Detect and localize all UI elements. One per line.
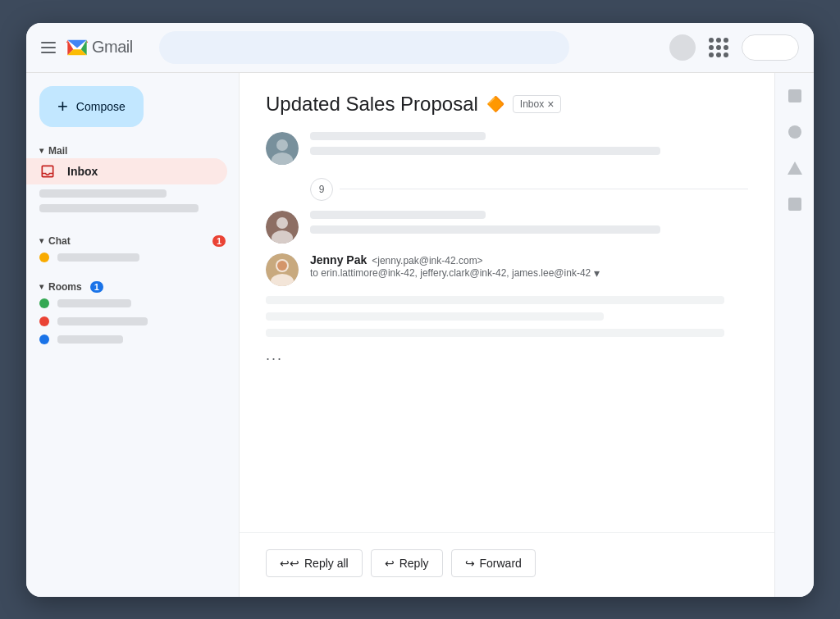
email-subject: Updated Sales Proposal bbox=[266, 93, 478, 116]
sidebar: + Compose ▾ Mail Inbox ▾ Chat bbox=[26, 73, 240, 597]
priority-icon: 🔶 bbox=[486, 95, 504, 113]
avatar-jenny bbox=[266, 253, 299, 286]
inbox-icon bbox=[39, 163, 56, 180]
thread-item-1[interactable] bbox=[266, 132, 748, 165]
inbox-tag-close[interactable]: × bbox=[547, 98, 554, 111]
topbar: Gmail bbox=[26, 23, 814, 73]
count-line bbox=[340, 189, 748, 189]
rooms-section-label: Rooms bbox=[48, 281, 82, 293]
room-name-1 bbox=[57, 299, 131, 307]
tasks-shape bbox=[788, 125, 801, 139]
thread-meta-long-2 bbox=[310, 225, 660, 234]
reply-button[interactable]: ↩ Reply bbox=[371, 549, 443, 577]
svg-point-2 bbox=[276, 139, 288, 151]
collapsed-count-circle[interactable]: 9 bbox=[310, 178, 333, 201]
thread-meta-short-1 bbox=[310, 132, 486, 140]
ellipsis-button[interactable]: ··· bbox=[266, 344, 748, 374]
room-item-3[interactable] bbox=[26, 330, 239, 348]
sidebar-placeholder-1 bbox=[39, 189, 167, 198]
avatar-1 bbox=[266, 132, 299, 165]
reply-all-button[interactable]: ↩↩ Reply all bbox=[266, 549, 363, 577]
avatar-2 bbox=[266, 211, 299, 244]
mail-arrow-icon: ▾ bbox=[39, 146, 43, 155]
room-dot-3 bbox=[39, 335, 49, 344]
room-name-3 bbox=[57, 335, 123, 344]
inbox-tag-label: Inbox bbox=[520, 98, 544, 110]
forward-button[interactable]: ↪ Forward bbox=[451, 549, 536, 577]
help-icon[interactable] bbox=[669, 34, 696, 61]
email-content: Updated Sales Proposal 🔶 Inbox × bbox=[240, 73, 774, 532]
sidebar-placeholder-2 bbox=[39, 204, 199, 212]
svg-point-10 bbox=[277, 261, 287, 271]
expand-recipients-icon[interactable]: ▾ bbox=[594, 266, 600, 280]
reply-all-label: Reply all bbox=[304, 557, 349, 570]
menu-icon[interactable] bbox=[41, 42, 56, 53]
room-name-2 bbox=[57, 317, 148, 325]
room-item-2[interactable] bbox=[26, 312, 239, 330]
account-button[interactable] bbox=[742, 34, 799, 61]
search-bar[interactable] bbox=[159, 31, 569, 64]
rooms-badge: 1 bbox=[90, 281, 103, 293]
apps-icon[interactable] bbox=[705, 34, 732, 61]
main-layout: + Compose ▾ Mail Inbox ▾ Chat bbox=[26, 73, 814, 597]
open-email: Jenny Pak <jenny.pak@ink-42.com> to erin… bbox=[266, 253, 748, 374]
app-window: Gmail + Compose ▾ Mail bbox=[26, 23, 814, 597]
chat-section-label: Chat bbox=[48, 235, 71, 247]
rooms-section[interactable]: ▾ Rooms 1 bbox=[26, 276, 239, 294]
topbar-right bbox=[669, 34, 799, 61]
reply-label: Reply bbox=[399, 557, 429, 570]
room-dot-1 bbox=[39, 298, 49, 308]
chat-item-1[interactable] bbox=[26, 248, 239, 266]
body-line-2 bbox=[266, 312, 604, 321]
compose-button[interactable]: + Compose bbox=[39, 86, 144, 127]
calendar-icon[interactable] bbox=[785, 86, 805, 106]
gmail-m-icon bbox=[66, 36, 89, 59]
inbox-label: Inbox bbox=[67, 165, 98, 178]
keep-icon[interactable] bbox=[785, 194, 805, 214]
to-addresses: to erin.lattimore@ink-42, jeffery.clark@… bbox=[310, 267, 591, 279]
chat-section[interactable]: ▾ Chat 1 bbox=[26, 230, 239, 248]
thread-body-2 bbox=[310, 211, 748, 244]
sender-info: Jenny Pak <jenny.pak@ink-42.com> to erin… bbox=[310, 253, 748, 280]
compose-plus-icon: + bbox=[57, 98, 68, 116]
action-buttons: ↩↩ Reply all ↩ Reply ↪ Forward bbox=[240, 532, 774, 597]
collapsed-count-label: 9 bbox=[319, 184, 325, 195]
contacts-icon[interactable] bbox=[785, 158, 805, 178]
email-area: Updated Sales Proposal 🔶 Inbox × bbox=[240, 73, 774, 597]
collapsed-count: 9 bbox=[266, 175, 748, 211]
forward-label: Forward bbox=[480, 557, 522, 570]
rooms-arrow-icon: ▾ bbox=[39, 282, 43, 291]
sender-name: Jenny Pak bbox=[310, 253, 367, 266]
contacts-shape bbox=[788, 162, 802, 175]
gmail-logo: Gmail bbox=[66, 36, 133, 59]
chat-badge: 1 bbox=[212, 235, 226, 247]
forward-icon: ↪ bbox=[465, 557, 475, 570]
body-line-1 bbox=[266, 296, 724, 304]
chat-arrow-icon: ▾ bbox=[39, 236, 43, 245]
room-item-1[interactable] bbox=[26, 294, 239, 312]
sidebar-item-inbox[interactable]: Inbox bbox=[26, 158, 227, 184]
svg-point-5 bbox=[276, 217, 288, 229]
reply-icon: ↩ bbox=[385, 557, 395, 570]
body-line-3 bbox=[266, 329, 724, 337]
tasks-icon[interactable] bbox=[785, 122, 805, 142]
thread-meta-long-1 bbox=[310, 147, 660, 155]
room-dot-2 bbox=[39, 316, 49, 326]
mail-section-label: Mail bbox=[48, 145, 67, 157]
calendar-shape bbox=[788, 89, 801, 102]
right-panel bbox=[774, 73, 814, 597]
app-name-label: Gmail bbox=[92, 38, 133, 57]
keep-shape bbox=[788, 198, 801, 211]
subject-row: Updated Sales Proposal 🔶 Inbox × bbox=[266, 93, 748, 116]
email-body bbox=[266, 296, 748, 337]
sender-row: Jenny Pak <jenny.pak@ink-42.com> to erin… bbox=[266, 253, 748, 286]
thread-meta-short-2 bbox=[310, 211, 486, 219]
mail-section[interactable]: ▾ Mail bbox=[26, 140, 239, 158]
sender-email: <jenny.pak@ink-42.com> bbox=[372, 255, 482, 266]
inbox-tag[interactable]: Inbox × bbox=[513, 95, 562, 113]
chat-name-1 bbox=[57, 253, 139, 262]
compose-label: Compose bbox=[76, 100, 126, 113]
thread-item-2[interactable] bbox=[266, 211, 748, 244]
thread-body-1 bbox=[310, 132, 748, 165]
reply-all-icon: ↩↩ bbox=[280, 557, 299, 570]
